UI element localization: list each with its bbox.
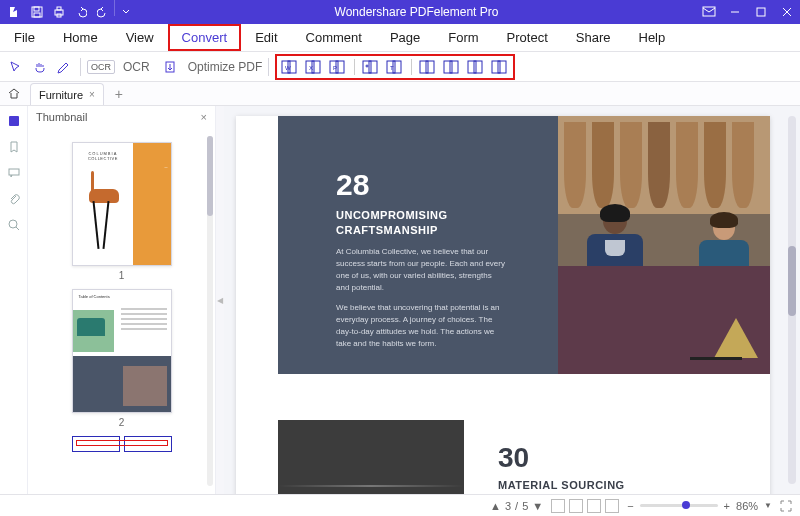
thumbnail-close-icon[interactable]: × (201, 111, 207, 123)
select-tool-icon[interactable] (6, 57, 26, 77)
svg-rect-24 (420, 61, 428, 73)
to-epub-icon[interactable] (441, 55, 463, 79)
svg-rect-28 (468, 61, 476, 73)
minimize-button[interactable] (722, 0, 748, 24)
svg-rect-19 (369, 61, 377, 73)
svg-rect-33 (9, 169, 19, 175)
tab-close-icon[interactable]: × (89, 89, 95, 100)
menu-page[interactable]: Page (376, 24, 434, 51)
to-word-icon[interactable]: W (279, 55, 301, 79)
svg-rect-22 (393, 61, 401, 73)
svg-text:W: W (285, 65, 291, 71)
zoom-slider[interactable] (640, 504, 718, 507)
status-bar: ▲ 3 / 5 ▼ − + 86% ▼ (0, 494, 800, 516)
toolbar: OCR OCR Optimize PDF W X P T (0, 52, 800, 82)
to-excel-icon[interactable]: X (303, 55, 325, 79)
optimize-icon[interactable] (160, 57, 180, 77)
heading-text: MATERIAL SOURCINGAND TREATMENT (498, 478, 625, 494)
svg-rect-30 (492, 61, 500, 73)
redo-icon[interactable] (92, 0, 114, 24)
page-total: 5 (522, 500, 528, 512)
menu-convert[interactable]: Convert (168, 24, 242, 51)
bookmark-icon[interactable] (5, 138, 23, 156)
svg-rect-25 (426, 61, 434, 73)
optimize-label[interactable]: Optimize PDF (188, 60, 263, 74)
hand-tool-icon[interactable] (30, 57, 50, 77)
thumbnail-3-partial[interactable] (72, 436, 172, 452)
collapse-handle[interactable]: ◀ (216, 106, 224, 494)
maximize-button[interactable] (748, 0, 774, 24)
svg-rect-27 (450, 61, 458, 73)
to-image-icon[interactable] (360, 55, 382, 79)
page-up-icon[interactable]: ▲ (490, 500, 501, 512)
body-paragraph: We believe that uncovering that potentia… (336, 302, 506, 350)
mail-icon[interactable] (696, 0, 722, 24)
title-bar: Wondershare PDFelement Pro (0, 0, 800, 24)
zoom-out-icon[interactable]: − (627, 500, 633, 512)
attachment-icon[interactable] (5, 190, 23, 208)
print-icon[interactable] (48, 0, 70, 24)
document-viewport[interactable]: 28 UNCOMPROMISINGCRAFTSMANSHIP At Columb… (224, 106, 800, 494)
heading-text: UNCOMPROMISINGCRAFTSMANSHIP (336, 208, 448, 239)
zoom-in-icon[interactable]: + (724, 500, 730, 512)
svg-rect-16 (336, 61, 344, 73)
svg-rect-26 (444, 61, 452, 73)
menu-help[interactable]: Help (625, 24, 680, 51)
svg-rect-29 (474, 61, 482, 73)
svg-text:P: P (333, 65, 337, 71)
tab-label: Furniture (39, 89, 83, 101)
svg-rect-7 (757, 8, 765, 16)
menu-comment[interactable]: Comment (292, 24, 376, 51)
edit-tool-icon[interactable] (54, 57, 74, 77)
svg-rect-1 (34, 7, 39, 11)
side-rail (0, 106, 28, 494)
fullscreen-icon[interactable] (780, 500, 792, 512)
heading-number: 30 (498, 442, 529, 474)
convert-toolbar-highlight: W X P T (275, 54, 515, 80)
menu-edit[interactable]: Edit (241, 24, 291, 51)
svg-text:X: X (309, 65, 313, 71)
svg-point-34 (9, 220, 17, 228)
to-rtf-icon[interactable] (465, 55, 487, 79)
svg-rect-4 (57, 7, 61, 10)
to-text-icon[interactable]: T (384, 55, 406, 79)
menu-protect[interactable]: Protect (493, 24, 562, 51)
ocr-badge: OCR (87, 60, 115, 74)
view-continuous-icon[interactable] (569, 499, 583, 513)
thumbnail-scrollbar[interactable] (207, 136, 213, 486)
menu-form[interactable]: Form (434, 24, 492, 51)
document-tab[interactable]: Furniture × (30, 83, 104, 105)
to-pdfa-icon[interactable] (489, 55, 511, 79)
thumbnails-icon[interactable] (5, 112, 23, 130)
zoom-dropdown-icon[interactable]: ▼ (764, 501, 772, 510)
home-icon[interactable] (0, 81, 28, 105)
page-down-icon[interactable]: ▼ (532, 500, 543, 512)
ocr-label[interactable]: OCR (123, 60, 150, 74)
app-title: Wondershare PDFelement Pro (137, 5, 696, 19)
svg-rect-32 (9, 116, 19, 126)
undo-icon[interactable] (70, 0, 92, 24)
new-tab-button[interactable]: + (108, 83, 130, 105)
menu-share[interactable]: Share (562, 24, 625, 51)
search-icon[interactable] (5, 216, 23, 234)
menu-view[interactable]: View (112, 24, 168, 51)
view-facing-icon[interactable] (587, 499, 601, 513)
page-navigator[interactable]: ▲ 3 / 5 ▼ (490, 500, 543, 512)
page-canvas: 28 UNCOMPROMISINGCRAFTSMANSHIP At Columb… (236, 116, 770, 494)
thumbnail-panel: Thumbnail × COLUMBIACOLLECTIVE — 1 Table… (28, 106, 216, 494)
quickbar-dropdown-icon[interactable] (115, 0, 137, 24)
comments-icon[interactable] (5, 164, 23, 182)
thumbnail-2[interactable]: Table of Contents 2 (70, 289, 174, 428)
view-single-icon[interactable] (551, 499, 565, 513)
close-button[interactable] (774, 0, 800, 24)
menu-file[interactable]: File (0, 24, 49, 51)
menu-home[interactable]: Home (49, 24, 112, 51)
thumbnail-1[interactable]: COLUMBIACOLLECTIVE — 1 (70, 142, 174, 281)
svg-rect-13 (312, 61, 320, 73)
save-icon[interactable] (26, 0, 48, 24)
to-html-icon[interactable] (417, 55, 439, 79)
zoom-control: − + 86% ▼ (627, 500, 772, 512)
view-cont-facing-icon[interactable] (605, 499, 619, 513)
document-scrollbar[interactable] (788, 116, 796, 484)
to-ppt-icon[interactable]: P (327, 55, 349, 79)
